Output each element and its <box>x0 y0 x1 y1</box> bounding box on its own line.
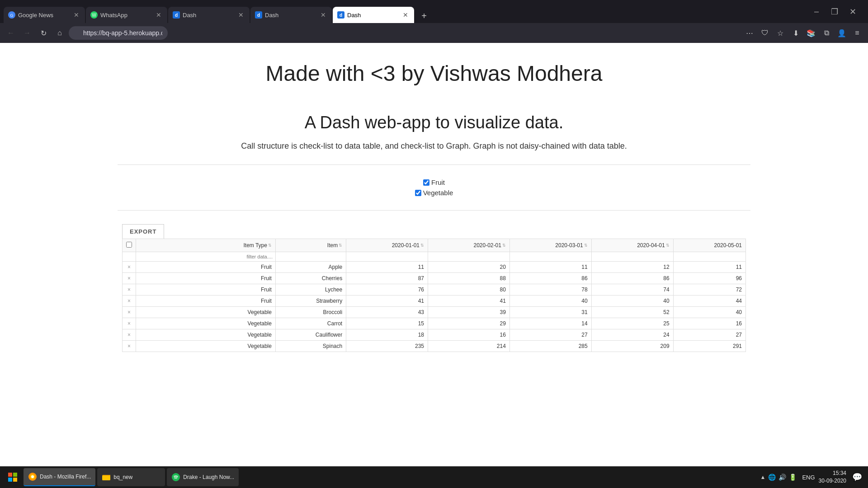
taskbar-item-bq-new[interactable]: bq_new <box>97 468 165 486</box>
library-button[interactable]: 📚 <box>804 26 818 40</box>
table-header-row: Item Type ⇅ Item ⇅ 2020- <box>123 239 746 252</box>
row-delete-0[interactable]: × <box>123 262 136 273</box>
row-v1-4: 43 <box>346 307 428 318</box>
th-select[interactable] <box>123 239 136 252</box>
row-v3-6: 27 <box>509 329 591 341</box>
taskbar-tray: ▲ 🌐 🔊 🔋 ENG 15:34 30-09-2020 💬 <box>760 469 864 485</box>
svg-rect-10 <box>8 473 12 477</box>
back-button[interactable]: ← <box>4 26 18 40</box>
row-delete-4[interactable]: × <box>123 307 136 318</box>
th-col2[interactable]: 2020-02-01 ⇅ <box>428 239 510 252</box>
col2-label: 2020-02-01 <box>473 242 501 249</box>
svg-rect-11 <box>13 473 17 477</box>
tray-network-icon[interactable]: 🌐 <box>768 474 776 481</box>
row-delete-7[interactable]: × <box>123 341 136 352</box>
th-col5[interactable]: 2020-05-01 <box>673 239 745 252</box>
toolbar-right: ⋯ 🛡 ☆ ⬇ 📚 ⧉ 👤 ≡ <box>742 26 864 40</box>
th-item[interactable]: Item ⇅ <box>275 239 346 252</box>
table-row: × Vegetable Cauliflower 18 16 27 24 27 <box>123 329 746 341</box>
taskbar-item-drake[interactable]: Drake - Laugh Now... <box>167 468 239 486</box>
forward-button[interactable]: → <box>20 26 34 40</box>
profile-button[interactable]: 👤 <box>835 26 849 40</box>
tab-dash-1[interactable]: d Dash ✕ <box>168 7 250 23</box>
checkbox-vegetable[interactable] <box>415 190 421 196</box>
tray-battery-icon[interactable]: 🔋 <box>789 474 797 481</box>
maximize-button[interactable]: ❐ <box>826 4 843 20</box>
tab-google-news-close[interactable]: ✕ <box>72 11 80 19</box>
tab-whatsapp-close[interactable]: ✕ <box>155 11 163 19</box>
taskbar-item-bq-new-label: bq_new <box>113 474 132 480</box>
dash3-favicon: d <box>337 11 344 19</box>
tray-icons: ▲ 🌐 🔊 🔋 <box>760 474 797 481</box>
page-inner: Made with <3 by Vishwas Modhera A Dash w… <box>108 43 760 370</box>
th-item-type[interactable]: Item Type ⇅ <box>136 239 276 252</box>
tab-dash-2[interactable]: d Dash ✕ <box>250 7 332 23</box>
svg-text:d: d <box>340 13 342 18</box>
row-item-7: Spinach <box>275 341 346 352</box>
row-item-1: Cherries <box>275 273 346 284</box>
tab-dash2-label: Dash <box>265 12 316 19</box>
tab-dash2-close[interactable]: ✕ <box>319 11 327 19</box>
select-all-checkbox[interactable] <box>126 242 132 248</box>
filter-item-type-cell[interactable] <box>136 252 276 262</box>
tab-google-news-label: Google News <box>18 12 70 19</box>
more-tools-button[interactable]: ⋯ <box>742 26 757 40</box>
tab-dash3-close[interactable]: ✕ <box>401 11 410 19</box>
checkbox-fruit[interactable] <box>423 179 429 186</box>
sub-title: A Dash web-app to visualize data. <box>118 113 750 132</box>
row-v4-1: 86 <box>591 273 673 284</box>
filter-item-type-input[interactable] <box>139 254 273 259</box>
th-col4[interactable]: 2020-04-01 ⇅ <box>591 239 673 252</box>
row-v2-5: 29 <box>428 318 510 329</box>
table-filter-row <box>123 252 746 262</box>
tab-dash1-close[interactable]: ✕ <box>237 11 245 19</box>
split-button[interactable]: ⧉ <box>819 26 834 40</box>
export-button[interactable]: EXPORT <box>122 224 164 239</box>
start-button[interactable] <box>4 468 22 486</box>
minimize-button[interactable]: – <box>808 4 825 20</box>
row-item-type-0: Fruit <box>136 262 276 273</box>
tab-whatsapp[interactable]: W WhatsApp ✕ <box>86 7 167 23</box>
download-button[interactable]: ⬇ <box>788 26 803 40</box>
address-input[interactable] <box>69 26 168 40</box>
row-delete-3[interactable]: × <box>123 296 136 307</box>
taskbar-item-dash-firefox-label: Dash - Mozilla Firef... <box>40 474 91 480</box>
item-type-sort: Item Type ⇅ <box>243 242 271 249</box>
row-v1-7: 235 <box>346 341 428 352</box>
table-row: × Vegetable Spinach 235 214 285 209 291 <box>123 341 746 352</box>
row-v4-6: 24 <box>591 329 673 341</box>
table-row: × Fruit Lychee 76 80 78 74 72 <box>123 284 746 296</box>
row-v5-1: 96 <box>673 273 745 284</box>
th-col3[interactable]: 2020-03-01 ⇅ <box>509 239 591 252</box>
taskbar: Dash - Mozilla Firef... bq_new Drake - L… <box>0 466 868 488</box>
bookmark-button[interactable]: ☆ <box>773 26 788 40</box>
row-v2-2: 80 <box>428 284 510 296</box>
reload-button[interactable]: ↻ <box>36 26 51 40</box>
col1-sort: 2020-01-01 ⇅ <box>392 242 424 249</box>
tray-datetime[interactable]: 15:34 30-09-2020 <box>819 469 846 485</box>
tray-notify-button[interactable]: 💬 <box>850 470 864 484</box>
row-v2-6: 16 <box>428 329 510 341</box>
home-button[interactable]: ⌂ <box>52 26 67 40</box>
tray-up-icon[interactable]: ▲ <box>760 474 766 480</box>
tab-google-news[interactable]: G Google News ✕ <box>4 7 85 23</box>
close-button[interactable]: ✕ <box>844 4 861 20</box>
tab-dash-3[interactable]: d Dash ✕ <box>333 7 414 23</box>
taskbar-item-dash-firefox[interactable]: Dash - Mozilla Firef... <box>24 468 95 486</box>
th-col1[interactable]: 2020-01-01 ⇅ <box>346 239 428 252</box>
row-delete-6[interactable]: × <box>123 329 136 341</box>
row-v3-3: 40 <box>509 296 591 307</box>
menu-button[interactable]: ≡ <box>850 26 864 40</box>
shield-button[interactable]: 🛡 <box>758 26 772 40</box>
tray-volume-icon[interactable]: 🔊 <box>778 474 786 481</box>
dash2-favicon: d <box>255 11 262 19</box>
row-delete-2[interactable]: × <box>123 284 136 296</box>
checklist-item-fruit[interactable]: Fruit <box>423 178 445 186</box>
new-tab-button[interactable]: + <box>417 9 431 23</box>
row-item-type-3: Fruit <box>136 296 276 307</box>
filter-col3-cell <box>509 252 591 262</box>
row-delete-1[interactable]: × <box>123 273 136 284</box>
checklist-item-vegetable[interactable]: Vegetable <box>415 189 453 197</box>
col3-label: 2020-03-01 <box>555 242 583 249</box>
row-delete-5[interactable]: × <box>123 318 136 329</box>
